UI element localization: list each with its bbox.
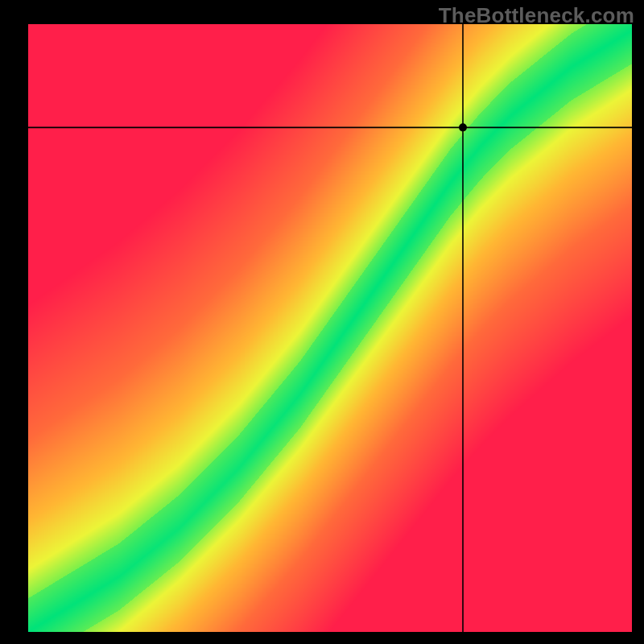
chart-container: TheBottleneck.com bbox=[0, 0, 644, 644]
bottleneck-heatmap bbox=[0, 0, 644, 644]
